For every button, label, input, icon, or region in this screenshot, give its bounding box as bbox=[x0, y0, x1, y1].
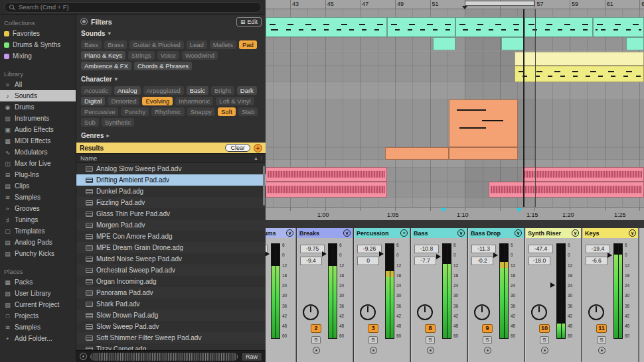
result-row-soft-shimmer-filter-sweep-pad-adv[interactable]: Soft Shimmer Filter Sweep Pad.adv bbox=[76, 332, 266, 343]
result-row-muted-noise-sweep-pad-adv[interactable]: Muted Noise Sweep Pad.adv bbox=[76, 253, 266, 265]
pan-knob[interactable] bbox=[531, 304, 547, 320]
track-header[interactable]: Bass Drop∨ bbox=[469, 228, 524, 238]
filter-chip-distorted[interactable]: Distorted bbox=[108, 97, 139, 105]
sidebar-item-drums-synths[interactable]: Drums & Synths bbox=[0, 39, 76, 50]
gain-value[interactable]: -9.4 bbox=[300, 257, 322, 265]
sidebar-item-all[interactable]: ≡All bbox=[0, 79, 76, 90]
chevron-down-icon[interactable]: ∨ bbox=[457, 229, 465, 237]
fader-handle[interactable] bbox=[550, 282, 555, 288]
sidebar-item-user-library[interactable]: ▧User Library bbox=[0, 288, 76, 299]
clip[interactable] bbox=[489, 182, 644, 198]
result-row-orchestral-sweep-pad-adv[interactable]: Orchestral Sweep Pad.adv bbox=[76, 265, 266, 276]
track-number-badge[interactable]: 11 bbox=[596, 324, 607, 333]
chevron-down-icon[interactable]: ∨ bbox=[515, 229, 522, 237]
filter-chip-sub[interactable]: Sub bbox=[81, 118, 99, 127]
track-activator-icon[interactable] bbox=[541, 347, 548, 354]
clip[interactable] bbox=[455, 17, 524, 37]
track-header[interactable]: Drums∨ bbox=[266, 228, 295, 238]
sidebar-item-packs[interactable]: ▦Packs bbox=[0, 276, 76, 288]
sidebar-item-audio-effects[interactable]: ▣Audio Effects bbox=[0, 124, 76, 135]
gain-value[interactable]: -0.2 bbox=[471, 257, 493, 265]
clip[interactable] bbox=[449, 147, 518, 160]
filter-chip-arpeggiated[interactable]: Arpeggiated bbox=[143, 86, 184, 95]
filter-group-sounds[interactable]: Sounds▾ bbox=[76, 27, 266, 38]
fader-handle[interactable] bbox=[607, 253, 612, 258]
track-header[interactable] bbox=[640, 228, 644, 238]
filter-chip-guitar-plucked[interactable]: Guitar & Plucked bbox=[129, 40, 183, 49]
sidebar-item-clips[interactable]: ▤Clips bbox=[0, 180, 76, 192]
result-row-organ-incoming-adg[interactable]: Organ Incoming.adg bbox=[76, 276, 266, 287]
filter-chip-digital[interactable]: Digital bbox=[81, 97, 105, 105]
track-activator-icon[interactable] bbox=[598, 347, 605, 354]
clip[interactable] bbox=[387, 17, 455, 37]
gain-value[interactable]: -18.0 bbox=[528, 257, 550, 265]
solo-button[interactable]: S bbox=[311, 336, 321, 344]
sidebar-item-current-project[interactable]: ▨Current Project bbox=[0, 299, 76, 310]
sidebar-item-grooves[interactable]: ≈Grooves bbox=[0, 203, 76, 214]
playhead[interactable] bbox=[523, 9, 524, 207]
results-scrollbar[interactable] bbox=[263, 166, 265, 206]
gain-value[interactable]: -7.7 bbox=[414, 257, 436, 265]
fader-handle[interactable] bbox=[379, 251, 384, 257]
sidebar-item-templates[interactable]: ▢Templates bbox=[0, 225, 76, 237]
sidebar-item-samples[interactable]: ≋Samples bbox=[0, 192, 76, 203]
sidebar-item-max-for-live[interactable]: ◫Max for Live bbox=[0, 158, 76, 169]
solo-button[interactable]: S bbox=[483, 336, 492, 344]
clip[interactable] bbox=[515, 66, 644, 82]
solo-button[interactable]: S bbox=[597, 336, 606, 344]
track-number-badge[interactable]: 2 bbox=[311, 324, 321, 333]
volume-value[interactable]: -11.3 bbox=[471, 245, 496, 253]
filter-chip-synthetic[interactable]: Synthetic bbox=[102, 118, 134, 127]
fader-handle[interactable] bbox=[436, 254, 441, 259]
clip[interactable] bbox=[266, 167, 387, 182]
pan-knob[interactable] bbox=[417, 304, 433, 320]
volume-value[interactable]: -9.26 bbox=[357, 245, 382, 253]
clip[interactable] bbox=[266, 182, 387, 198]
fader-handle[interactable] bbox=[322, 251, 327, 257]
sidebar-item-samples[interactable]: ≋Samples bbox=[0, 322, 76, 333]
chevron-down-icon[interactable]: ∨ bbox=[572, 229, 579, 237]
result-row-shark-pad-adv[interactable]: Shark Pad.adv bbox=[76, 298, 266, 310]
locator-marker-icon[interactable] bbox=[441, 208, 446, 212]
filter-chip-strings[interactable]: Strings bbox=[128, 51, 155, 60]
sidebar-item-sounds[interactable]: ♪Sounds bbox=[0, 90, 76, 101]
filter-chip-lofi-vinyl[interactable]: Lofi & Vinyl bbox=[216, 97, 254, 105]
sidebar-item-midi-effects[interactable]: ▦MIDI Effects bbox=[0, 135, 76, 147]
filter-group-character[interactable]: Character▾ bbox=[76, 73, 266, 84]
clip[interactable] bbox=[266, 17, 387, 37]
result-row-mpe-con-amore-pad-adg[interactable]: MPE Con Amore Pad.adg bbox=[76, 231, 266, 242]
track-header[interactable]: Breaks∨ bbox=[297, 228, 353, 238]
solo-button[interactable]: S bbox=[540, 336, 549, 344]
edit-filters-button[interactable]: ⊞ Edit bbox=[236, 17, 262, 27]
filter-chip-woodwind[interactable]: Woodwind bbox=[182, 51, 218, 60]
sidebar-item-mixing[interactable]: Mixing bbox=[0, 50, 76, 62]
track-header[interactable]: Bass∨ bbox=[412, 228, 467, 238]
result-row-analog-slow-sweep-pad-adv[interactable]: Analog Slow Sweep Pad.adv bbox=[76, 163, 266, 174]
clip[interactable] bbox=[515, 52, 644, 66]
sidebar-item-projects[interactable]: □Projects bbox=[0, 310, 76, 322]
result-row-panorama-pad-adv[interactable]: Panorama Pad.adv bbox=[76, 287, 266, 298]
gain-value[interactable]: 0 bbox=[357, 257, 379, 265]
volume-value[interactable]: -10.8 bbox=[414, 245, 439, 253]
filter-chip-stab[interactable]: Stab bbox=[238, 107, 258, 116]
result-row-dunkel-pad-adg[interactable]: Dunkel Pad.adg bbox=[76, 186, 266, 197]
result-row-mpe-dream-grain-drone-adg[interactable]: MPE Dream Grain Drone.adg bbox=[76, 242, 266, 253]
result-row-slow-drown-pad-adg[interactable]: Slow Drown Pad.adg bbox=[76, 310, 266, 321]
filter-chip-mallets[interactable]: Mallets bbox=[210, 40, 236, 49]
pan-knob[interactable] bbox=[360, 304, 376, 320]
result-row-drifting-ambient-pad-adv[interactable]: Drifting Ambient Pad.adv bbox=[76, 174, 266, 186]
sidebar-item-modulators[interactable]: ∿Modulators bbox=[0, 147, 76, 158]
filter-chip-bright[interactable]: Bright bbox=[211, 86, 234, 95]
clear-filters-button[interactable]: Clear bbox=[225, 144, 250, 152]
volume-value[interactable]: -19.4 bbox=[586, 245, 610, 253]
locator-marker-icon[interactable] bbox=[517, 208, 522, 212]
sidebar-item-instruments[interactable]: ▥Instruments bbox=[0, 113, 76, 124]
filter-chip-brass[interactable]: Brass bbox=[104, 40, 127, 49]
filter-chip-percussive[interactable]: Percussive bbox=[81, 107, 118, 116]
fader-handle[interactable] bbox=[266, 251, 270, 257]
gain-value[interactable]: -6.6 bbox=[586, 257, 607, 265]
filter-chip-snappy[interactable]: Snappy bbox=[187, 107, 215, 116]
result-row-morgen-pad-adv[interactable]: Morgen Pad.adv bbox=[76, 219, 266, 231]
filter-chip-bass[interactable]: Bass bbox=[81, 40, 102, 49]
results-name-header[interactable]: Name ▲ bbox=[76, 153, 266, 163]
